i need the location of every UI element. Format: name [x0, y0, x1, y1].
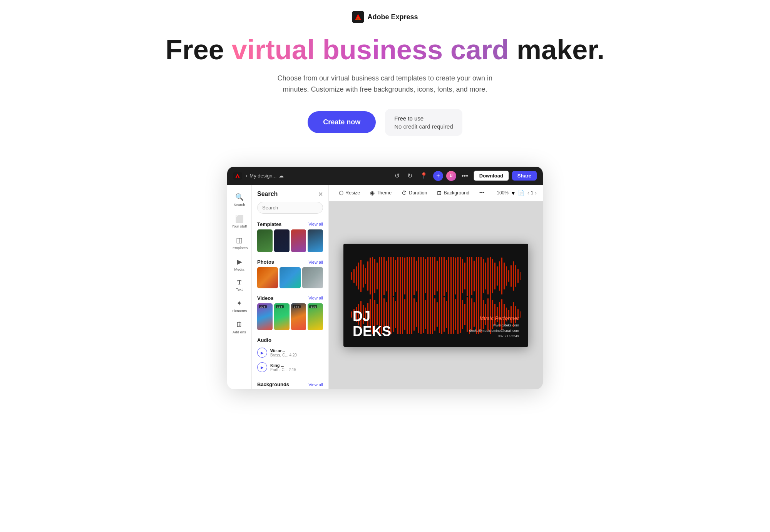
svg-rect-52	[467, 257, 468, 296]
svg-rect-72	[513, 261, 514, 291]
backgrounds-view-all-link[interactable]: View all	[308, 382, 323, 387]
free-badge: Free to use No credit card required	[385, 109, 462, 136]
search-panel-header: Search ✕	[252, 185, 328, 202]
sidebar-item-search[interactable]: 🔍 Search	[229, 190, 250, 210]
audio-item-2: ▶ King ... Earth, C... 2:15	[257, 360, 323, 375]
svg-rect-67	[501, 258, 502, 294]
svg-rect-17	[386, 261, 387, 291]
prev-page-button[interactable]: ‹	[527, 190, 529, 196]
sidebar-item-templates[interactable]: ◫ Templates	[229, 233, 250, 253]
share-button[interactable]: Share	[512, 171, 537, 181]
undo-button[interactable]: ↺	[392, 171, 402, 181]
cta-section: Create now Free to use No credit card re…	[8, 109, 762, 136]
video-badge-3: 14 s	[293, 305, 301, 308]
sidebar-add-ons-label: Add ons	[233, 330, 246, 334]
audio-play-button-2[interactable]: ▶	[257, 362, 267, 372]
dj-contact-line2: decks@musicismine@snail.com	[469, 328, 519, 333]
audio-meta-2: Earth, C... 2:15	[270, 368, 323, 372]
add-button[interactable]: +	[433, 171, 443, 181]
sidebar-item-media[interactable]: ▶ Media	[229, 254, 250, 274]
page-header: Adobe Express	[0, 0, 770, 31]
dj-info: Music Performer www.djdeks.com decks@mus…	[469, 315, 519, 339]
location-icon-button[interactable]: 📍	[418, 171, 430, 181]
photo-thumb-3[interactable]	[302, 267, 323, 288]
search-input[interactable]	[257, 202, 323, 214]
next-page-button[interactable]: ›	[535, 190, 537, 196]
svg-rect-14	[379, 257, 380, 297]
svg-rect-44	[448, 257, 449, 299]
photo-thumb-2[interactable]	[280, 267, 300, 288]
sidebar-item-text[interactable]: T Text	[229, 276, 250, 294]
business-card-canvas[interactable]: DJ DEKS Music Performer www.djdeks.com d…	[343, 244, 528, 347]
more-toolbar-options-button[interactable]: •••	[475, 188, 488, 197]
dj-contact-line3: 087 71 52249	[469, 333, 519, 339]
photos-grid	[252, 267, 328, 292]
svg-rect-40	[439, 257, 440, 297]
templates-section-header: Templates View all	[252, 218, 328, 229]
theme-toolbar-button[interactable]: ◉ Theme	[366, 188, 395, 198]
sidebar-item-your-stuff[interactable]: ⬜ Your stuff	[229, 211, 250, 231]
svg-rect-58	[480, 257, 482, 297]
sidebar-item-elements[interactable]: ✦ Elements	[229, 296, 250, 316]
zoom-indicator[interactable]: 100%	[497, 190, 509, 196]
audio-play-button-1[interactable]: ▶	[257, 348, 267, 358]
svg-rect-99	[404, 299, 405, 330]
canvas-area: ⬡ Resize ◉ Theme ⏱ Duration ⊡ Background	[329, 185, 543, 389]
video-badge-2: 11 s	[276, 305, 284, 308]
page-icon-button[interactable]: 📄	[518, 190, 524, 196]
more-options-button[interactable]: •••	[459, 171, 470, 181]
template-thumb-1[interactable]	[257, 229, 273, 253]
svg-rect-64	[494, 263, 495, 289]
sidebar-your-stuff-label: Your stuff	[232, 224, 247, 228]
redo-button[interactable]: ↻	[405, 171, 415, 181]
duration-label: Duration	[409, 190, 427, 196]
svg-rect-149	[520, 311, 521, 318]
template-thumb-3[interactable]	[291, 229, 306, 253]
svg-rect-98	[402, 295, 403, 334]
close-search-panel-button[interactable]: ✕	[318, 191, 323, 198]
topbar-right: ↺ ↻ 📍 + U ••• Download Share	[392, 171, 537, 181]
hero-subtitle: Choose from our virtual business card te…	[273, 73, 497, 95]
media-icon: ▶	[237, 258, 242, 266]
create-now-button[interactable]: Create now	[308, 111, 376, 133]
templates-view-all-link[interactable]: View all	[308, 222, 323, 226]
duration-icon: ⏱	[402, 190, 407, 196]
svg-rect-112	[434, 298, 435, 331]
app-sidebar: 🔍 Search ⬜ Your stuff ◫ Templates ▶ Medi…	[227, 185, 252, 389]
svg-rect-49	[460, 257, 461, 297]
video-thumb-2[interactable]: 11 s	[274, 303, 290, 331]
svg-rect-18	[388, 257, 389, 298]
audio-title-1: We ar...	[270, 348, 323, 353]
svg-rect-94	[393, 297, 394, 332]
svg-rect-65	[497, 266, 498, 286]
back-chevron-icon: ‹	[246, 173, 247, 179]
svg-rect-107	[423, 296, 424, 333]
svg-rect-51	[464, 263, 465, 289]
background-toolbar-button[interactable]: ⊡ Background	[433, 188, 473, 198]
template-thumb-2[interactable]	[274, 229, 290, 253]
resize-toolbar-button[interactable]: ⬡ Resize	[335, 188, 364, 198]
svg-rect-34	[425, 259, 426, 293]
svg-rect-31	[418, 257, 419, 297]
svg-rect-25	[404, 258, 405, 294]
your-stuff-icon: ⬜	[235, 214, 244, 223]
app-name: Adobe Express	[367, 13, 418, 21]
video-thumb-1[interactable]: 20 s	[257, 303, 273, 331]
photo-thumb-1[interactable]	[257, 267, 278, 288]
svg-rect-66	[499, 261, 500, 291]
template-thumb-4[interactable]	[308, 229, 323, 253]
background-label: Background	[444, 190, 469, 196]
svg-rect-123	[460, 296, 461, 333]
sidebar-item-add-ons[interactable]: 🗓 Add ons	[229, 318, 250, 337]
canvas-viewport[interactable]: DJ DEKS Music Performer www.djdeks.com d…	[329, 201, 543, 389]
duration-toolbar-button[interactable]: ⏱ Duration	[398, 188, 431, 198]
svg-rect-13	[377, 263, 378, 289]
video-thumb-4[interactable]: 11 s	[308, 303, 323, 331]
videos-view-all-link[interactable]: View all	[308, 296, 323, 300]
svg-rect-115	[441, 292, 442, 334]
video-thumb-3[interactable]: 14 s	[291, 303, 306, 331]
resize-label: Resize	[345, 190, 360, 196]
photos-view-all-link[interactable]: View all	[308, 260, 323, 264]
user-avatar: U	[446, 171, 456, 181]
download-button[interactable]: Download	[474, 171, 509, 181]
